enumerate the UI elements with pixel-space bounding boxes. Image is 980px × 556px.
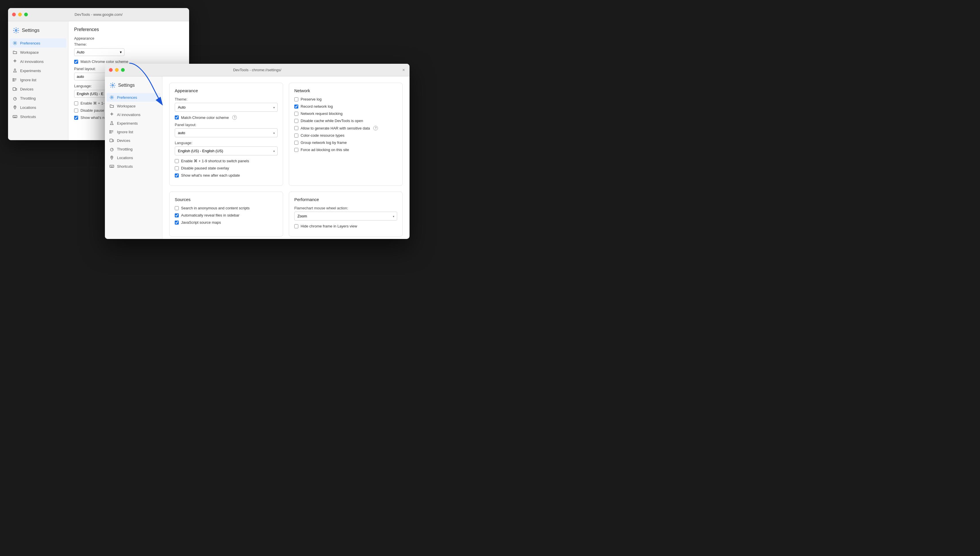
force-ad-blocking-row: Force ad blocking on this site — [294, 148, 397, 152]
back-nav-locations[interactable]: Locations — [8, 103, 68, 112]
back-nav-devices-label: Devices — [20, 87, 33, 91]
back-match-chrome-label: Match Chrome color scheme — [81, 60, 128, 64]
har-sensitive-label: Allow to generate HAR with sensitive dat… — [301, 126, 370, 130]
front-nav-preferences[interactable]: Preferences — [107, 93, 160, 102]
back-nav-experiments[interactable]: Experiments — [8, 66, 68, 75]
network-card: Network Preserve log Record network log … — [289, 83, 403, 186]
front-close-tl[interactable] — [109, 68, 113, 72]
color-code-checkbox[interactable] — [294, 134, 298, 137]
back-nav-workspace[interactable]: Workspace — [8, 48, 68, 57]
back-cb3[interactable] — [74, 116, 78, 120]
front-folder-icon — [110, 103, 114, 108]
front-nav-ignore[interactable]: Ignore list — [105, 128, 162, 136]
panel-layout-select-wrapper: auto ▾ — [175, 128, 278, 137]
network-request-blocking-checkbox[interactable] — [294, 112, 298, 116]
back-nav-preferences[interactable]: Preferences — [10, 39, 66, 48]
har-sensitive-checkbox[interactable] — [294, 126, 298, 130]
front-minimize-tl[interactable] — [115, 68, 119, 72]
svg-point-14 — [110, 133, 110, 133]
maximize-button[interactable] — [24, 13, 28, 16]
record-network-checkbox[interactable] — [294, 105, 298, 108]
front-nav-ai[interactable]: AI innovations — [105, 110, 162, 119]
network-request-blocking-label: Network request blocking — [301, 112, 343, 116]
back-nav-preferences-label: Preferences — [20, 41, 40, 45]
back-theme-select[interactable]: Auto ▾ — [74, 48, 125, 56]
back-nav-ai[interactable]: AI innovations — [8, 57, 68, 66]
back-nav-shortcuts[interactable]: Shortcuts — [8, 112, 68, 121]
match-chrome-row: Match Chrome color scheme ? — [175, 115, 278, 120]
preserve-log-label: Preserve log — [301, 97, 322, 101]
svg-point-0 — [15, 29, 17, 31]
panel-layout-select[interactable]: auto — [175, 128, 278, 137]
front-nav-devices[interactable]: Devices — [105, 136, 162, 145]
svg-point-3 — [13, 79, 13, 80]
theme-select[interactable]: Auto — [175, 103, 278, 112]
reveal-files-label: Automatically reveal files in sidebar — [181, 213, 240, 217]
front-nav-workspace[interactable]: Workspace — [105, 102, 162, 110]
flamechart-select-wrapper: Zoom ▾ — [294, 212, 397, 221]
flask-icon — [13, 68, 17, 73]
force-ad-blocking-checkbox[interactable] — [294, 148, 298, 152]
back-window-title: DevTools - www.google.com/ — [75, 12, 123, 17]
front-nav-locations[interactable]: Locations — [105, 154, 162, 162]
har-help-icon[interactable]: ? — [373, 126, 378, 130]
back-theme-label: Theme: — [74, 42, 183, 47]
front-nav-throttling[interactable]: Throttling — [105, 145, 162, 154]
close-button[interactable] — [12, 13, 16, 16]
back-nav-throttling[interactable]: Throttling — [8, 94, 68, 103]
svg-rect-18 — [110, 165, 114, 167]
search-anonymous-checkbox[interactable] — [175, 206, 179, 210]
preserve-log-checkbox[interactable] — [294, 97, 298, 101]
front-sparkle-icon — [110, 112, 114, 117]
svg-point-4 — [13, 81, 13, 81]
reveal-files-row: Automatically reveal files in sidebar — [175, 213, 278, 217]
front-maximize-tl[interactable] — [121, 68, 125, 72]
svg-rect-5 — [13, 87, 16, 91]
front-keyboard-icon — [110, 164, 114, 168]
front-throttling-icon — [110, 147, 114, 151]
back-nav-devices[interactable]: Devices — [8, 84, 68, 94]
front-nav-workspace-label: Workspace — [117, 104, 136, 108]
js-source-maps-checkbox[interactable] — [175, 221, 179, 225]
appearance-card: Appearance Theme: Auto ▾ Match Chrome co… — [169, 83, 283, 186]
back-cb1[interactable] — [74, 101, 78, 105]
language-select[interactable]: English (US) - English (US) — [175, 147, 278, 155]
match-chrome-checkbox[interactable] — [175, 115, 179, 120]
back-nav-ignore[interactable]: Ignore list — [8, 75, 68, 84]
front-nav-shortcuts[interactable]: Shortcuts — [105, 162, 162, 171]
shortcut-switch-row: Enable ⌘ + 1-9 shortcut to switch panels — [175, 159, 278, 163]
front-nav-ai-label: AI innovations — [117, 113, 141, 117]
front-list-icon — [110, 129, 114, 134]
front-nav-experiments[interactable]: Experiments — [105, 119, 162, 128]
svg-point-17 — [112, 157, 112, 158]
reveal-files-checkbox[interactable] — [175, 213, 179, 217]
disable-cache-row: Disable cache while DevTools is open — [294, 119, 397, 123]
performance-card: Performance Flamechart mouse wheel actio… — [289, 192, 403, 237]
disable-paused-checkbox[interactable] — [175, 166, 179, 170]
flamechart-select[interactable]: Zoom — [294, 212, 397, 221]
front-flask-icon — [110, 121, 114, 126]
disable-cache-checkbox[interactable] — [294, 119, 298, 123]
hide-chrome-frame-checkbox[interactable] — [294, 224, 298, 228]
svg-point-12 — [110, 130, 110, 131]
front-content: Appearance Theme: Auto ▾ Match Chrome co… — [162, 76, 410, 239]
back-match-chrome-checkbox[interactable] — [74, 60, 78, 64]
show-whats-new-checkbox[interactable] — [175, 173, 179, 178]
location-icon — [13, 105, 17, 110]
back-cb2[interactable] — [74, 108, 78, 113]
minimize-button[interactable] — [18, 13, 22, 16]
front-nav-locations-label: Locations — [117, 156, 133, 160]
shortcut-switch-checkbox[interactable] — [175, 159, 179, 163]
back-appearance-title: Appearance — [74, 36, 183, 40]
network-request-blocking-row: Network request blocking — [294, 112, 397, 116]
flamechart-label: Flamechart mouse wheel action: — [294, 206, 397, 210]
front-close-button[interactable]: × — [402, 68, 405, 73]
svg-point-11 — [111, 97, 113, 98]
match-chrome-help-icon[interactable]: ? — [232, 115, 237, 120]
sources-card: Sources Search in anonymous and content … — [169, 192, 283, 237]
front-gear-icon — [110, 95, 114, 100]
color-code-label: Color-code resource types — [301, 133, 344, 137]
back-nav-ignore-label: Ignore list — [20, 78, 36, 82]
record-network-label: Record network log — [301, 104, 333, 108]
group-network-checkbox[interactable] — [294, 141, 298, 145]
